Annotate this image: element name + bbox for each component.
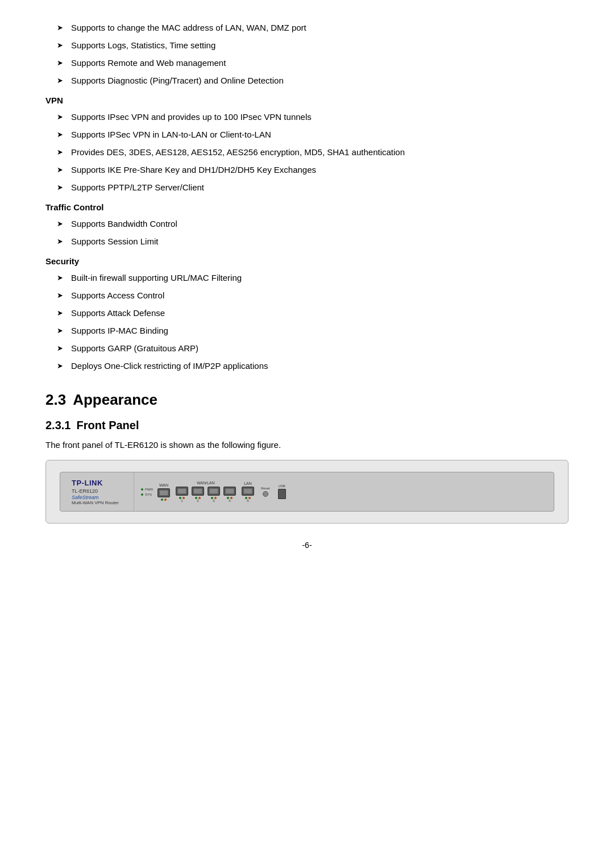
bullet-arrow: ➤ (57, 183, 63, 192)
bullet-arrow: ➤ (57, 219, 63, 228)
list-item-text: Supports Session Limit (71, 236, 158, 246)
sys-led (141, 493, 143, 496)
router-model: TL-ER6120 (72, 488, 128, 494)
lan-port-inner (243, 488, 252, 494)
intro-text: The front panel of TL-ER6120 is shown as… (45, 440, 569, 450)
list-item-text: Deploys One-Click restricting of IM/P2P … (71, 361, 268, 371)
list-item-text: Supports IPsec VPN and provides up to 10… (71, 112, 312, 122)
port-connector-2 (192, 487, 204, 496)
lan-port (242, 487, 254, 496)
list-item-text: Supports Bandwidth Control (71, 219, 177, 229)
list-item: ➤ Supports IP-MAC Binding (45, 326, 569, 335)
vpn-bullet-list: ➤ Supports IPsec VPN and provides up to … (45, 112, 569, 192)
bullet-arrow: ➤ (57, 344, 63, 352)
port-num-2: 2 (197, 499, 198, 502)
reset-button (263, 491, 268, 497)
power-leds: PWR SYS (141, 488, 153, 496)
lan-port-block: LAN 5 (242, 481, 254, 502)
list-item-text: Supports Attack Defense (71, 308, 165, 318)
bullet-arrow: ➤ (57, 23, 63, 32)
list-item-text: Supports IPSec VPN in LAN-to-LAN or Clie… (71, 130, 271, 139)
list-item-text: Supports to change the MAC address of LA… (71, 23, 306, 32)
usb-label: USB (279, 484, 285, 488)
wan-port (157, 488, 170, 497)
usb-area: USB (278, 484, 286, 499)
list-item: ➤ Supports GARP (Gratuitous ARP) (45, 343, 569, 353)
port-inner-2 (193, 488, 202, 494)
wanlan-label: WAN/LAN (197, 481, 215, 485)
list-item: ➤ Supports Session Limit (45, 236, 569, 246)
list-item: ➤ Supports Attack Defense (45, 308, 569, 318)
wan-led-speed (164, 499, 167, 501)
list-item: ➤ Supports IKE Pre-Share Key and DH1/DH2… (45, 165, 569, 175)
list-item: ➤ Supports Access Control (45, 290, 569, 300)
bullet-arrow: ➤ (57, 326, 63, 335)
port-inner-1 (177, 488, 186, 494)
pwr-led-row: PWR (141, 488, 153, 491)
router-type: Multi-WAN VPN Router (72, 500, 128, 505)
wan-port-inner (159, 490, 168, 496)
list-item: ➤ Built-in firewall supporting URL/MAC F… (45, 273, 569, 283)
wan-leds (161, 499, 167, 501)
sys-label: SYS (145, 493, 152, 496)
bullet-arrow: ➤ (57, 291, 63, 300)
wan-led-link (161, 499, 163, 501)
list-item: ➤ Supports IPSec VPN in LAN-to-LAN or Cl… (45, 130, 569, 139)
list-item: ➤ Supports Bandwidth Control (45, 219, 569, 229)
pwr-led (141, 488, 143, 491)
lan-port-num: 5 (247, 499, 248, 502)
traffic-bullet-list: ➤ Supports Bandwidth Control ➤ Supports … (45, 219, 569, 246)
list-item: ➤ Supports PPTP/L2TP Server/Client (45, 182, 569, 192)
subchapter-heading: 2.3.1 Front Panel (45, 419, 569, 432)
port-num-4: 4 (229, 499, 230, 502)
bullet-arrow: ➤ (57, 362, 63, 370)
list-item: ➤ Deploys One-Click restricting of IM/P2… (45, 361, 569, 371)
list-item-text: Supports Access Control (71, 290, 164, 300)
subchapter-number: 2.3.1 (45, 419, 70, 432)
list-item-text: Supports GARP (Gratuitous ARP) (71, 343, 198, 353)
port-inner-3 (209, 488, 218, 494)
top-bullet-list: ➤ Supports to change the MAC address of … (45, 23, 569, 85)
wan-port-block: WAN (157, 483, 170, 501)
bullet-arrow: ➤ (57, 165, 63, 174)
usb-port (278, 489, 286, 499)
reset-label: Reset (261, 487, 270, 490)
wanlan-port-1: 1 (176, 487, 188, 502)
bullet-arrow: ➤ (57, 59, 63, 67)
router-brand-name: TP-LINK (72, 479, 128, 487)
wanlan-group: WAN/LAN 1 (176, 481, 236, 502)
bullet-arrow: ➤ (57, 309, 63, 317)
section-heading-traffic: Traffic Control (45, 202, 569, 212)
port-connector-3 (208, 487, 220, 496)
bullet-arrow: ➤ (57, 41, 63, 49)
sys-led-row: SYS (141, 493, 153, 496)
port-connector-1 (176, 487, 188, 496)
section-heading-vpn: VPN (45, 95, 569, 105)
list-item-text: Supports IP-MAC Binding (71, 326, 168, 335)
list-item-text: Supports IKE Pre-Share Key and DH1/DH2/D… (71, 165, 316, 175)
list-item: ➤ Supports Remote and Web management (45, 58, 569, 68)
bullet-arrow: ➤ (57, 113, 63, 121)
list-item-text: Provides DES, 3DES, AES128, AES152, AES2… (71, 147, 405, 157)
wanlan-ports: 1 2 (176, 487, 236, 502)
bullet-arrow: ➤ (57, 237, 63, 246)
subchapter-title: Front Panel (76, 419, 139, 432)
list-item: ➤ Supports to change the MAC address of … (45, 23, 569, 32)
wanlan-port-3: 3 (208, 487, 220, 502)
router-brand: TP-LINK TL-ER6120 SafeStream Multi-WAN V… (66, 472, 134, 511)
list-item: ➤ Supports Logs, Statistics, Time settin… (45, 40, 569, 50)
port-connector-4 (223, 487, 236, 496)
chapter-title: Appearance (73, 391, 157, 409)
bullet-arrow: ➤ (57, 76, 63, 85)
wanlan-port-4: 4 (223, 487, 236, 502)
list-item-text: Supports Remote and Web management (71, 58, 226, 68)
list-item-text: Supports PPTP/L2TP Server/Client (71, 182, 204, 192)
chapter-number: 2.3 (45, 391, 66, 409)
bullet-arrow: ➤ (57, 148, 63, 156)
router-body: TP-LINK TL-ER6120 SafeStream Multi-WAN V… (60, 472, 554, 512)
list-item-text: Built-in firewall supporting URL/MAC Fil… (71, 273, 242, 283)
router-ports-area: PWR SYS WAN WAN/LAN (134, 472, 548, 511)
port-inner-4 (225, 488, 234, 494)
page-number: -6- (45, 541, 569, 550)
chapter-heading: 2.3 Appearance (45, 391, 569, 409)
